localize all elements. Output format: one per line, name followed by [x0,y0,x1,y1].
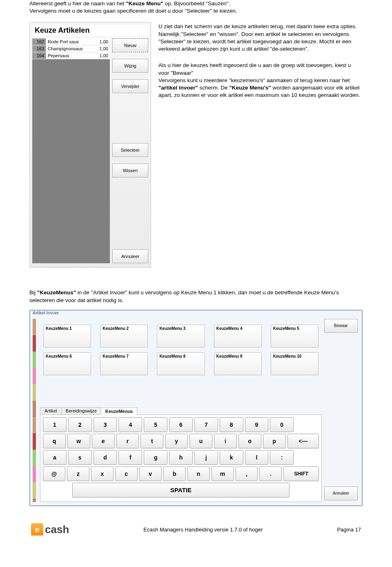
verwijder-button[interactable]: Verwijder [112,79,148,93]
key-@[interactable]: @ [43,466,65,481]
keuzemenu-7-button[interactable]: KeuzeMenu 7 [100,352,148,375]
key-e[interactable]: e [92,434,115,448]
intro-text: Allereerst geeft u hier de naam van het … [29,0,363,15]
key-<—[interactable]: <— [287,434,319,448]
keuze-artikelen-panel: Keuze Artikelen 162 Rode Port saus 1,00 … [29,22,151,268]
key-l[interactable]: l [245,450,269,465]
annuleer-button[interactable]: Annuleer [112,249,148,263]
key-x[interactable]: x [91,466,114,481]
key-c[interactable]: c [115,466,138,481]
keuzemenu-9-button[interactable]: KeuzeMenu 9 [214,352,262,375]
key-3[interactable]: 3 [94,417,117,432]
key-d[interactable]: d [94,450,117,465]
tab-keuzemenus[interactable]: KeuzeMenus [101,408,137,415]
keuzemenu-10-button[interactable]: KeuzeMenu 10 [271,352,318,375]
key-.[interactable]: . [259,466,282,481]
key-b[interactable]: b [163,466,186,481]
artikel-invoer-panel: Artikel Invoer KeuzeMenu 1 KeuzeMenu 2 K… [29,310,363,506]
keuzemenu-8-button[interactable]: KeuzeMenu 8 [157,352,205,375]
key-m[interactable]: m [212,466,234,481]
key-h[interactable]: h [169,450,193,465]
key-7[interactable]: 7 [194,417,218,432]
keuzemenu-6-button[interactable]: KeuzeMenu 6 [43,352,91,375]
wijzig-button[interactable]: Wijzig [112,59,148,73]
annuleer-button-2[interactable]: Annuleer [324,486,358,500]
footer-center: Ecash Managers Handleiding versie 1.7.0 … [76,527,330,533]
table-row: 164 Pepersaus 1,00 [32,52,110,59]
page-footer: e cash Ecash Managers Handleiding versie… [29,521,363,536]
key-,[interactable]: , [236,466,258,481]
key-w[interactable]: w [67,434,90,448]
keuzemenu-1-button[interactable]: KeuzeMenu 1 [43,325,91,347]
key-9[interactable]: 9 [245,417,269,432]
footer-page-number: Pagina 17 [337,527,361,533]
mid-paragraph: Bij "KeuzeMenus" in de "Artikel Invoer" … [29,289,363,304]
key-1[interactable]: 1 [43,417,67,432]
ecash-logo: e cash [31,523,69,536]
key-space[interactable]: SPATIE [72,483,290,498]
keyboard-area: 1234567890 qwertyuiop<— asdfghjkl: @zxcv… [40,415,322,502]
key-r[interactable]: r [116,434,139,448]
key-k[interactable]: k [220,450,243,465]
table-row: 163 Champignonsaus 1,00 [32,45,110,52]
tab-artikel[interactable]: Artikel [40,407,62,415]
tab-bar: Artikel Bereidingswijze KeuzeMenus [40,407,322,415]
key-p[interactable]: p [263,434,286,448]
key-o[interactable]: o [238,434,261,448]
key-SHIFT[interactable]: SHIFT [283,466,319,481]
key-i[interactable]: i [214,434,237,448]
key-a[interactable]: a [43,450,67,465]
keuze-artikelen-title: Keuze Artikelen [32,25,148,36]
key-4[interactable]: 4 [118,417,142,432]
keuzemenu-3-button[interactable]: KeuzeMenu 3 [157,325,205,347]
key-z[interactable]: z [67,466,89,481]
description-column: U ziet dan het scherm van de keuze artik… [158,22,363,108]
logo-icon: e [31,523,43,536]
key-5[interactable]: 5 [144,417,167,432]
keuzemenu-2-button[interactable]: KeuzeMenu 2 [100,325,148,347]
key-2[interactable]: 2 [68,417,92,432]
artikel-invoer-title: Artikel Invoer [33,310,59,315]
key-q[interactable]: q [43,434,66,448]
selecteer-button[interactable]: Selecteer [112,143,148,157]
key-f[interactable]: f [118,450,142,465]
keuzemenu-5-button[interactable]: KeuzeMenu 5 [271,325,318,347]
key-y[interactable]: y [165,434,188,448]
keuzemenu-grid: KeuzeMenu 1 KeuzeMenu 2 KeuzeMenu 3 Keuz… [40,319,322,385]
key-t[interactable]: t [140,434,163,448]
color-strip [33,319,36,502]
key-8[interactable]: 8 [220,417,243,432]
table-row: 162 Rode Port saus 1,00 [32,38,110,45]
key-u[interactable]: u [189,434,212,448]
key-n[interactable]: n [187,466,210,481]
key-v[interactable]: v [139,466,162,481]
key-6[interactable]: 6 [169,417,193,432]
key-:[interactable]: : [270,450,294,465]
nieuw-button[interactable]: Nieuw [112,38,148,52]
key-g[interactable]: g [144,450,167,465]
key-0[interactable]: 0 [270,417,294,432]
artikel-list[interactable]: 162 Rode Port saus 1,00 163 Champignonsa… [32,38,110,263]
key-j[interactable]: j [194,450,218,465]
keuzemenu-4-button[interactable]: KeuzeMenu 4 [214,325,262,347]
wissen-button[interactable]: Wissen [112,164,148,177]
key-s[interactable]: s [68,450,92,465]
bewaar-button[interactable]: Bewaar [324,319,358,333]
tab-bereidingswijze[interactable]: Bereidingswijze [61,407,101,415]
